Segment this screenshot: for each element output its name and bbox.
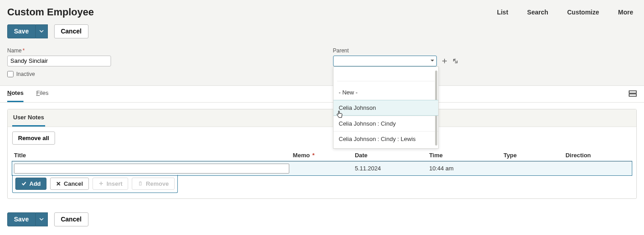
save-button-group: Save [7,24,48,38]
primary-action-bar: Save Cancel [7,24,637,38]
dropdown-search-area[interactable] [337,70,435,81]
chevron-down-icon [39,29,44,33]
row-remove-button: Remove [132,178,175,190]
cancel-button-bottom[interactable]: Cancel [54,212,88,226]
name-label: Name* [7,47,322,54]
layout-toggle-button[interactable] [629,90,637,101]
col-date: Date [353,149,427,162]
parent-combobox[interactable] [333,56,437,66]
notes-panel: User Notes Remove all Title Memo * Date … [7,109,637,199]
parent-open-button[interactable] [452,58,459,64]
parent-label: Parent [333,47,644,54]
layout-icon [629,90,637,97]
svg-rect-0 [629,91,636,93]
row-time-cell[interactable]: 10:44 am [427,161,502,175]
row-type-cell[interactable] [502,161,564,175]
check-icon [21,181,27,186]
chevron-down-icon [430,57,435,64]
top-link-search[interactable]: Search [527,9,548,16]
form-col-left: Name* Inactive [7,47,322,77]
notes-grid: Title Memo * Date Time Type Direction 5.… [12,149,632,175]
cancel-button[interactable]: Cancel [54,24,88,38]
parent-dropdown: - New - Celia Johnson Celia Johnson : Ci… [333,66,439,149]
row-actions: Add Cancel Insert Remove [12,175,178,193]
chevron-down-icon [39,217,44,221]
bottom-action-bar: Save Cancel [0,206,644,235]
row-cancel-button[interactable]: Cancel [50,178,89,190]
page-title: Custom Employee [7,6,94,18]
row-memo-cell[interactable] [291,161,353,175]
parent-option-celia-cindy-lewis[interactable]: Celia Johnson : Cindy : Lewis [334,131,438,146]
top-link-more[interactable]: More [618,9,633,16]
col-type: Type [502,149,564,162]
open-external-icon [452,58,459,64]
svg-rect-1 [629,94,636,96]
form-col-right: Parent - New - [333,47,644,77]
plus-icon [98,181,104,186]
col-time: Time [427,149,502,162]
col-memo: Memo * [291,149,353,162]
top-link-customize[interactable]: Customize [567,9,599,16]
tab-files[interactable]: Files [36,89,48,102]
plus-icon [441,58,448,64]
form-row: Name* Inactive Parent [7,47,637,77]
inactive-checkbox[interactable] [7,71,14,77]
row-direction-cell[interactable] [564,161,632,175]
parent-add-button[interactable] [441,58,448,64]
col-direction: Direction [564,149,632,162]
name-input[interactable] [7,56,111,66]
remove-all-button[interactable]: Remove all [12,132,55,145]
parent-option-celia-cindy[interactable]: Celia Johnson : Cindy [334,116,438,131]
inactive-label: Inactive [16,71,35,77]
parent-option-celia-johnson[interactable]: Celia Johnson [334,100,438,116]
save-dropdown-button-bottom[interactable] [36,212,48,226]
row-title-input[interactable] [14,164,289,174]
subtab-user-notes[interactable]: User Notes [12,109,45,127]
row-date-cell[interactable]: 5.11.2024 [353,161,427,175]
save-button-group-bottom: Save [7,212,48,226]
notes-row[interactable]: 5.11.2024 10:44 am [12,161,632,175]
trash-icon [138,181,143,186]
x-icon [56,181,61,186]
top-nav: List Search Customize More [497,9,637,16]
tab-notes[interactable]: Notes [7,89,23,102]
required-indicator: * [312,152,315,159]
tabs-row: Notes Files [0,86,644,103]
top-bar: Custom Employee List Search Customize Mo… [0,0,644,86]
save-dropdown-button[interactable] [36,24,48,38]
row-insert-button: Insert [93,178,128,190]
row-add-button[interactable]: Add [15,178,46,190]
parent-option-new[interactable]: - New - [334,85,438,100]
save-button-bottom[interactable]: Save [7,212,36,226]
save-button[interactable]: Save [7,24,36,38]
top-link-list[interactable]: List [497,9,508,16]
col-title: Title [12,149,291,162]
required-indicator: * [23,47,25,54]
